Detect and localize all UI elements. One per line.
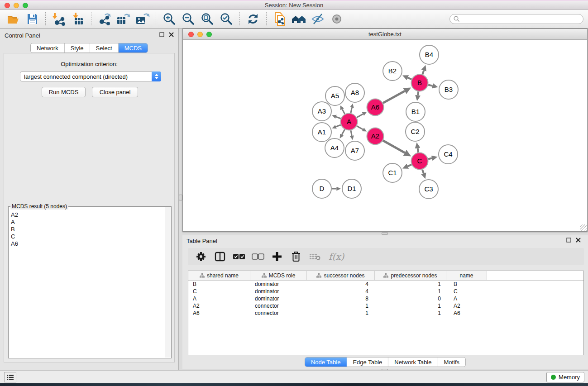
edge-B-B2[interactable]	[408, 78, 411, 80]
node-table[interactable]: shared nameMCDS rolesuccessor nodesprede…	[188, 271, 584, 355]
graph-node-C[interactable]: C	[411, 153, 428, 170]
column-header-MCDS-role[interactable]: MCDS role	[250, 271, 307, 280]
zoom-in-icon[interactable]	[162, 11, 177, 27]
search-input[interactable]	[462, 16, 575, 23]
edge-B-B1[interactable]	[418, 91, 418, 95]
edge-A-A7[interactable]	[351, 130, 352, 136]
graph-node-A8[interactable]: A8	[345, 83, 364, 102]
close-panel-icon[interactable]	[169, 32, 174, 37]
column-visibility-icon[interactable]	[214, 251, 226, 262]
network-view-window[interactable]: testGlobe.txt B4B2BB3A5A8A6A3B1AA1C2A2A4…	[182, 29, 588, 232]
tab-style[interactable]: Style	[64, 43, 90, 52]
graph-node-C1[interactable]: C1	[383, 163, 402, 182]
table-row[interactable]: A2connector11A2	[188, 302, 583, 310]
edge-C-C1[interactable]	[408, 165, 411, 167]
edge-B-B4[interactable]	[422, 71, 424, 75]
search-field[interactable]	[449, 14, 583, 24]
tab-motifs[interactable]: Motifs	[437, 357, 465, 367]
result-scrollbar[interactable]	[165, 207, 171, 357]
edge-A-A2[interactable]	[357, 126, 363, 129]
float-table-panel-icon[interactable]	[566, 238, 571, 243]
task-history-button[interactable]	[4, 372, 16, 382]
result-list-item[interactable]: B	[11, 226, 171, 233]
edge-B-B3[interactable]	[428, 85, 432, 86]
graph-node-A5[interactable]: A5	[325, 86, 344, 105]
edge-C-C3[interactable]	[422, 170, 424, 173]
column-header-shared-name[interactable]: shared name	[188, 271, 250, 280]
graph-node-A4[interactable]: A4	[325, 138, 344, 157]
graph-node-A7[interactable]: A7	[345, 141, 364, 160]
edge-A-A1[interactable]	[336, 125, 340, 127]
result-list-item[interactable]: A	[11, 219, 171, 226]
delete-column-icon[interactable]	[290, 251, 302, 262]
edge-A-A4[interactable]	[342, 129, 344, 135]
edge-A-A8[interactable]	[351, 108, 352, 113]
result-list-item[interactable]: A2	[11, 211, 171, 219]
graph-node-A3[interactable]: A3	[312, 102, 331, 121]
graph-node-B4[interactable]: B4	[420, 45, 439, 64]
tab-network-table[interactable]: Network Table	[388, 357, 437, 367]
graph-node-C2[interactable]: C2	[406, 122, 425, 141]
horizontal-splitter-handle[interactable]	[382, 232, 388, 235]
float-panel-icon[interactable]	[159, 32, 164, 37]
tab-edge-table[interactable]: Edge Table	[346, 357, 388, 367]
session-titlebar[interactable]: Session: New Session	[0, 1, 588, 10]
graph-node-B[interactable]: B	[411, 75, 428, 91]
result-list-item[interactable]: A6	[11, 240, 171, 248]
graph-node-C4[interactable]: C4	[439, 145, 458, 164]
graph-node-A2[interactable]: A2	[367, 128, 384, 145]
edge-A-A6[interactable]	[357, 114, 363, 118]
graph-node-B3[interactable]: B3	[439, 80, 458, 99]
graph-node-A1[interactable]: A1	[312, 123, 331, 142]
optimization-criterion-dropdown[interactable]: largest connected component (directed)	[20, 71, 161, 81]
add-column-icon[interactable]	[271, 251, 283, 262]
column-header-successor-nodes[interactable]: successor nodes	[307, 271, 375, 280]
graph-node-A6[interactable]: A6	[367, 99, 384, 116]
edge-A-A5[interactable]	[342, 110, 345, 114]
close-table-panel-icon[interactable]	[576, 238, 581, 243]
tab-node-table[interactable]: Node Table	[305, 357, 347, 367]
tab-network[interactable]: Network	[31, 43, 64, 52]
network-window-titlebar[interactable]: testGlobe.txt	[183, 29, 587, 40]
import-network-icon[interactable]	[51, 11, 67, 27]
export-table-icon[interactable]	[116, 11, 131, 27]
tab-mcds[interactable]: MCDS	[118, 43, 148, 52]
save-session-icon[interactable]	[24, 11, 40, 27]
graph-node-D[interactable]: D	[312, 179, 331, 198]
edge-A2-C[interactable]	[383, 141, 405, 153]
refresh-icon[interactable]	[245, 11, 261, 27]
edge-C-C4[interactable]	[428, 158, 432, 159]
first-neighbors-icon[interactable]	[291, 11, 306, 27]
graph-node-B2[interactable]: B2	[383, 62, 402, 81]
tab-select[interactable]: Select	[90, 43, 118, 52]
network-graph[interactable]: B4B2BB3A5A8A6A3B1AA1C2A2A4A7C4CC1C3DD1	[183, 40, 587, 231]
close-panel-button[interactable]: Close panel	[92, 87, 138, 97]
edge-A-A3[interactable]	[336, 117, 340, 119]
function-builder-icon[interactable]: f(x)	[329, 251, 344, 262]
duplicate-network-icon[interactable]	[272, 11, 287, 27]
run-mcds-button[interactable]: Run MCDS	[42, 87, 86, 97]
mcds-result-list[interactable]: A2ABCA6	[9, 207, 171, 248]
zoom-out-icon[interactable]	[181, 11, 196, 27]
hide-selected-icon[interactable]	[310, 11, 325, 27]
memory-button[interactable]: Memory	[546, 372, 584, 382]
column-header-name[interactable]: name	[446, 271, 487, 280]
window-resize-grip[interactable]	[580, 224, 587, 231]
import-table-icon[interactable]	[70, 11, 86, 27]
open-session-icon[interactable]	[5, 11, 21, 27]
table-row[interactable]: A6connector11A6	[188, 310, 583, 317]
delete-table-icon[interactable]	[309, 251, 321, 262]
zoom-selected-icon[interactable]	[219, 11, 234, 27]
table-settings-icon[interactable]	[195, 251, 207, 262]
graph-node-D1[interactable]: D1	[342, 179, 361, 198]
export-network-icon[interactable]	[97, 11, 112, 27]
show-all-icon[interactable]	[329, 11, 344, 27]
select-all-icon[interactable]	[233, 251, 245, 262]
export-image-icon[interactable]	[135, 11, 150, 27]
graph-node-A[interactable]: A	[341, 114, 358, 130]
network-canvas[interactable]: B4B2BB3A5A8A6A3B1AA1C2A2A4A7C4CC1C3DD1	[183, 40, 587, 231]
graph-node-C3[interactable]: C3	[419, 180, 438, 199]
column-header-predecessor-nodes[interactable]: predecessor nodes	[375, 271, 446, 280]
zoom-fit-icon[interactable]	[200, 11, 215, 27]
table-row[interactable]: Bdominator41B	[188, 281, 583, 288]
